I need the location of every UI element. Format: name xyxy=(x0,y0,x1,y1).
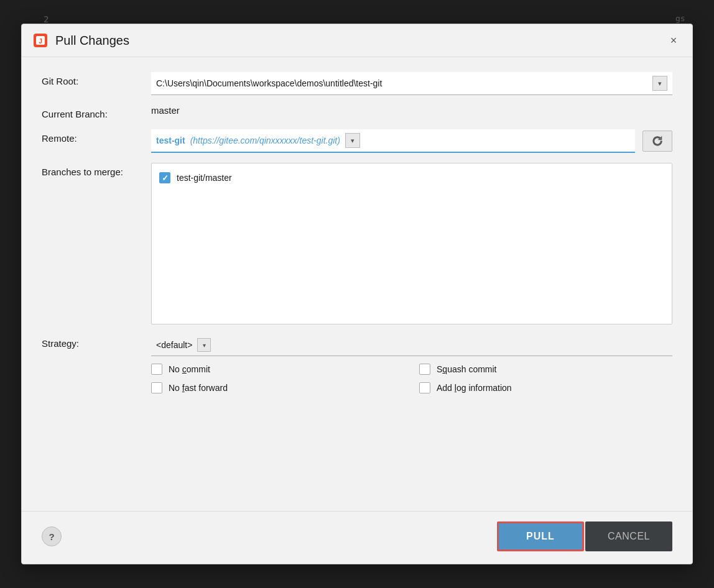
branches-row: Branches to merge: test-git/master xyxy=(42,163,672,324)
remote-url-text: (https://gitee.com/qinxxxxxx/test-git.gi… xyxy=(190,136,340,145)
branches-control: test-git/master xyxy=(151,163,672,324)
squash-commit-row: Squash commit xyxy=(419,364,672,375)
no-commit-label: No commit xyxy=(169,364,210,374)
no-commit-row: No commit xyxy=(151,364,404,375)
add-log-row: Add log information xyxy=(419,382,672,393)
remote-dropdown-arrow[interactable]: ▾ xyxy=(345,133,360,148)
git-root-label: Git Root: xyxy=(42,72,141,86)
remote-field[interactable]: test-git (https://gitee.com/qinxxxxxx/te… xyxy=(151,129,635,153)
cancel-button[interactable]: CANCEL xyxy=(585,521,672,551)
dialog-titlebar: J Pull Changes × xyxy=(22,24,692,57)
branches-box: test-git/master xyxy=(151,163,672,324)
options-grid: No commit Squash commit No fast forward xyxy=(151,356,672,393)
remote-refresh-button[interactable] xyxy=(642,131,672,152)
squash-commit-checkbox[interactable] xyxy=(419,364,430,375)
dialog-footer: ? PULL CANCEL xyxy=(22,511,692,564)
current-branch-row: Current Branch: master xyxy=(42,105,672,119)
close-button[interactable]: × xyxy=(665,32,682,49)
svg-text:J: J xyxy=(39,38,42,45)
branch-checkbox[interactable] xyxy=(159,172,170,183)
add-log-label: Add log information xyxy=(437,383,512,393)
git-root-dropdown-arrow[interactable]: ▾ xyxy=(652,76,667,91)
current-branch-value: master xyxy=(151,101,180,116)
pull-button[interactable]: PULL xyxy=(497,521,584,551)
dialog-app-icon: J xyxy=(32,32,49,49)
remote-control: test-git (https://gitee.com/qinxxxxxx/te… xyxy=(151,129,672,153)
pull-changes-dialog: J Pull Changes × Git Root: C:\Users\qin\… xyxy=(21,24,693,564)
squash-commit-label: Squash commit xyxy=(437,364,497,374)
no-fast-forward-checkbox[interactable] xyxy=(151,382,162,393)
remote-row: Remote: test-git (https://gitee.com/qinx… xyxy=(42,129,672,153)
no-fast-forward-label: No fast forward xyxy=(169,383,228,393)
current-branch-label: Current Branch: xyxy=(42,105,141,119)
remote-label: Remote: xyxy=(42,129,141,144)
strategy-control: <default> ▾ No commit Squash commit xyxy=(151,334,672,393)
branches-label: Branches to merge: xyxy=(42,163,141,177)
strategy-label: Strategy: xyxy=(42,334,141,349)
git-root-control: C:\Users\qin\Documents\workspace\demos\u… xyxy=(151,72,672,95)
strategy-select[interactable]: <default> ▾ xyxy=(151,334,672,356)
dialog-title: Pull Changes xyxy=(55,34,665,48)
branch-name: test-git/master xyxy=(177,173,232,183)
strategy-value: <default> xyxy=(156,340,192,350)
dialog-body: Git Root: C:\Users\qin\Documents\workspa… xyxy=(22,57,692,511)
git-root-value: C:\Users\qin\Documents\workspace\demos\u… xyxy=(156,78,647,88)
help-button[interactable]: ? xyxy=(42,526,62,546)
current-branch-control: master xyxy=(151,105,672,116)
strategy-form-row: Strategy: <default> ▾ No commit xyxy=(42,334,672,393)
git-root-field[interactable]: C:\Users\qin\Documents\workspace\demos\u… xyxy=(151,72,672,95)
strategy-dropdown-arrow[interactable]: ▾ xyxy=(197,338,211,352)
no-fast-forward-row: No fast forward xyxy=(151,382,404,393)
remote-link-text: test-git xyxy=(156,136,185,145)
branch-item[interactable]: test-git/master xyxy=(157,168,667,187)
no-commit-checkbox[interactable] xyxy=(151,364,162,375)
footer-buttons: PULL CANCEL xyxy=(497,521,672,551)
add-log-checkbox[interactable] xyxy=(419,382,430,393)
git-root-row: Git Root: C:\Users\qin\Documents\workspa… xyxy=(42,72,672,95)
